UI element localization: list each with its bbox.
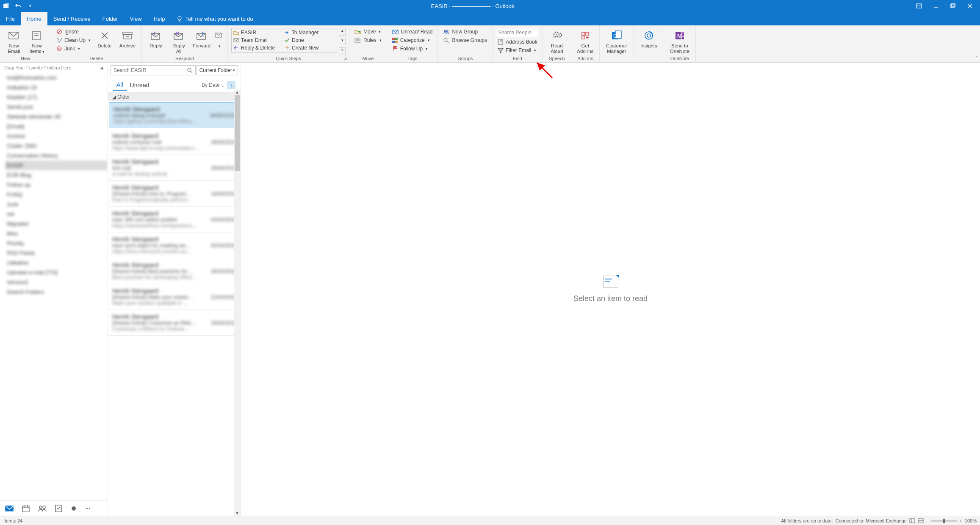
folder-item[interactable]: [Gmail]	[5, 122, 108, 131]
filter-all-tab[interactable]: All	[113, 80, 127, 91]
message-item[interactable]: Henrik Stengaardoutlook compose mail28/0…	[108, 129, 241, 155]
folder-item[interactable]: RSS Feeds	[5, 248, 108, 258]
calendar-nav-icon[interactable]	[22, 505, 30, 512]
notes-nav-icon[interactable]	[70, 505, 77, 512]
list-group-header[interactable]: ◢ Older	[108, 93, 241, 101]
message-item[interactable]: Henrik Stengaard[Shared Article] Customi…	[108, 310, 241, 336]
folder-item[interactable]: Follow up	[5, 180, 108, 190]
message-item[interactable]: Henrik Stengaardeasir 365 com addon publ…	[108, 207, 241, 232]
search-mailbox-input[interactable]	[111, 65, 196, 75]
send-to-onenote-button[interactable]: N Send to OneNote	[667, 28, 692, 55]
qs-scroll-down[interactable]: ▾	[339, 38, 346, 45]
folder-item[interactable]: Sendt post	[5, 102, 108, 112]
folder-item[interactable]: Conversation History	[5, 151, 108, 160]
list-scrollbar[interactable]: ▲ ▼	[234, 90, 241, 516]
filter-unread-tab[interactable]: Unread	[127, 80, 153, 90]
quick-step-item[interactable]: Create New	[283, 44, 333, 51]
quick-step-item[interactable]: EASIR	[233, 29, 282, 36]
scroll-down-arrow[interactable]: ▼	[234, 511, 241, 516]
message-item[interactable]: Henrik Stengaardeasir word object for cr…	[108, 232, 241, 258]
folder-item[interactable]: Archive	[5, 131, 108, 141]
view-reading-icon[interactable]	[918, 518, 924, 523]
quick-steps-gallery[interactable]: EASIR To Manager Team Email Done Reply &…	[231, 28, 337, 52]
message-item[interactable]: Henrik Stengaard[Shared Article] Make yo…	[108, 284, 241, 310]
search-scope-dropdown[interactable]: Current Folder▾	[197, 65, 238, 75]
quick-steps-launcher-icon[interactable]: ⇲	[344, 56, 347, 61]
search-icon[interactable]	[187, 67, 193, 73]
view-normal-icon[interactable]	[909, 518, 915, 523]
sort-direction-button[interactable]: ↑	[227, 81, 235, 89]
delete-button[interactable]: Delete	[94, 28, 115, 50]
categorize-button[interactable]: Categorize▾	[390, 36, 435, 44]
browse-groups-button[interactable]: Browse Groups	[441, 36, 489, 44]
folder-item[interactable]: Migrated	[5, 219, 108, 229]
tab-home[interactable]: Home	[21, 12, 47, 25]
tab-file[interactable]: File	[0, 12, 21, 25]
folder-item[interactable]: Clutter 2592	[5, 141, 108, 151]
address-book-button[interactable]: Address Book	[496, 38, 539, 46]
quick-step-item[interactable]: Reply & Delete	[233, 44, 282, 51]
message-item[interactable]: Henrik Stengaardoutlook dialog example28…	[109, 102, 240, 128]
folder-item[interactable]: Slettede elementer 45	[5, 112, 108, 122]
new-group-button[interactable]: New Group	[441, 28, 489, 36]
quick-step-item[interactable]: Team Email	[233, 37, 282, 44]
search-input-field[interactable]	[114, 67, 187, 73]
message-item[interactable]: Henrik Stengaard[Shared Article] Best pr…	[108, 258, 241, 284]
folder-item[interactable]: hst@firstrealize.com	[5, 73, 108, 83]
mail-nav-icon[interactable]	[5, 505, 14, 512]
nav-more-icon[interactable]: ···	[86, 505, 90, 511]
qs-scroll-up[interactable]: ▴	[339, 28, 346, 36]
junk-button[interactable]: Junk▾	[55, 45, 92, 52]
close-button[interactable]	[961, 0, 978, 12]
minimize-button[interactable]	[927, 0, 944, 12]
message-item[interactable]: Henrik Stengaard[Shared Article] How to:…	[108, 181, 241, 207]
tab-send-receive[interactable]: Send / Receive	[47, 12, 97, 25]
get-addins-button[interactable]: Get Add-ins	[575, 28, 596, 55]
new-items-button[interactable]: New Items▾	[26, 28, 47, 55]
move-button[interactable]: Move▾	[353, 28, 383, 36]
message-item[interactable]: Henrik Stengaardtest mail26/04/2019a mai…	[108, 155, 241, 181]
folder-item[interactable]: EASIR	[5, 160, 108, 170]
zoom-slider[interactable]	[931, 520, 957, 522]
insights-button[interactable]: Insights	[637, 28, 660, 50]
folder-item[interactable]: Junk	[5, 199, 108, 209]
folder-item[interactable]: me	[5, 209, 108, 219]
folder-item[interactable]: EOR Blog	[5, 170, 108, 180]
folder-item[interactable]: Uønsket e-mail [770]	[5, 268, 108, 277]
folder-item[interactable]: Version2	[5, 277, 108, 287]
tab-folder[interactable]: Folder	[97, 12, 124, 25]
people-nav-icon[interactable]	[38, 505, 47, 512]
reply-button[interactable]: Reply	[145, 28, 166, 50]
archive-button[interactable]: Archive	[117, 28, 138, 50]
scroll-up-arrow[interactable]: ▲	[234, 90, 241, 95]
customer-manager-button[interactable]: C Customer Manager	[603, 28, 630, 55]
zoom-in-icon[interactable]: +	[959, 518, 962, 523]
ignore-button[interactable]: Ignore	[55, 28, 92, 36]
collapse-nav-icon[interactable]: ◀	[100, 66, 103, 70]
sort-dropdown[interactable]: By Date ⌄	[202, 82, 224, 88]
folder-item[interactable]: FUNQ	[5, 190, 108, 199]
tab-help[interactable]: Help	[148, 12, 171, 25]
search-people-input[interactable]: Search People	[496, 28, 538, 37]
folder-item[interactable]: Udbakke	[5, 258, 108, 268]
filter-email-button[interactable]: Filter Email▾	[496, 47, 539, 54]
tell-me-search[interactable]: Tell me what you want to do	[171, 12, 259, 25]
quick-step-item[interactable]: To Manager	[283, 29, 333, 36]
folder-item[interactable]: Priority	[5, 238, 108, 248]
folder-item[interactable]: Misc	[5, 229, 108, 238]
rules-button[interactable]: Rules▾	[353, 36, 383, 44]
outlook-app-icon[interactable]	[2, 1, 11, 11]
respond-more-button[interactable]: ▾	[214, 28, 224, 50]
ribbon-display-options-icon[interactable]	[911, 0, 927, 12]
qs-expand[interactable]: ▿	[339, 47, 346, 55]
cleanup-button[interactable]: Clean Up▾	[55, 36, 92, 44]
folder-item[interactable]: Search Folders	[5, 287, 108, 297]
collapse-ribbon-icon[interactable]: ˆ	[976, 55, 977, 61]
maximize-button[interactable]	[944, 0, 961, 12]
qat-customize-icon[interactable]: ▾	[25, 1, 35, 11]
unread-read-button[interactable]: Unread/ Read	[390, 28, 435, 36]
tab-view[interactable]: View	[124, 12, 148, 25]
new-email-button[interactable]: New Email	[3, 28, 25, 55]
forward-button[interactable]: Forward	[191, 28, 212, 50]
reply-all-button[interactable]: Reply All	[168, 28, 189, 55]
